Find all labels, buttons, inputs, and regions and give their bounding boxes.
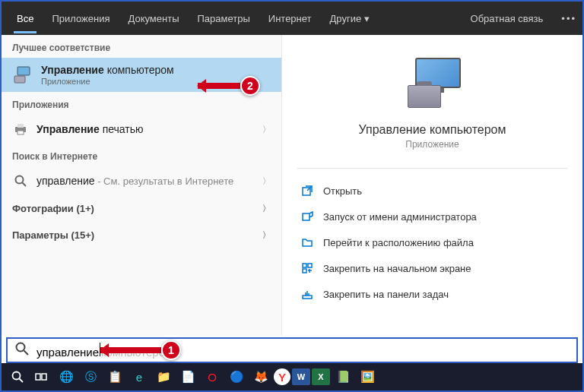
taskbar-opera-icon[interactable]: O xyxy=(201,365,224,388)
taskbar: 🌐 Ⓢ 📋 e 📁 📄 O 🔵 🦊 Y W X 📗 🖼️ xyxy=(2,363,582,390)
pin-start-icon xyxy=(300,261,314,275)
taskbar-app-4[interactable]: 📗 xyxy=(332,365,354,388)
divider xyxy=(297,168,567,169)
printer-icon xyxy=(12,121,29,138)
tab-all[interactable]: Все xyxy=(8,4,43,33)
svg-rect-11 xyxy=(303,269,306,273)
svg-rect-18 xyxy=(42,374,46,380)
more-options-icon[interactable]: ••• xyxy=(561,13,576,24)
taskbar-search-icon[interactable] xyxy=(6,365,29,388)
section-best-match: Лучшее соответствие xyxy=(2,35,281,58)
svg-rect-9 xyxy=(303,264,306,267)
callout-arrow-2 xyxy=(198,83,240,89)
taskbar-app-1[interactable]: 🌐 xyxy=(55,365,78,388)
taskbar-explorer-icon[interactable]: 📁 xyxy=(152,365,175,388)
callout-arrow-1 xyxy=(100,347,161,353)
svg-rect-4 xyxy=(17,131,24,134)
computer-management-icon xyxy=(12,65,33,86)
svg-rect-12 xyxy=(303,296,312,299)
preview-panel: Управление компьютером Приложение Открыт… xyxy=(281,35,582,335)
taskbar-yandex-icon[interactable]: Y xyxy=(274,368,290,385)
svg-rect-0 xyxy=(17,67,30,75)
taskbar-app-5[interactable]: 🖼️ xyxy=(356,365,379,388)
open-icon xyxy=(300,184,314,198)
taskbar-excel-icon[interactable]: X xyxy=(312,368,330,385)
action-run-admin[interactable]: Запуск от имени администратора xyxy=(297,204,567,229)
svg-point-13 xyxy=(17,343,25,352)
chevron-right-icon: 〉 xyxy=(262,175,271,187)
svg-rect-3 xyxy=(17,124,24,128)
result-print-management[interactable]: Управление печатью 〉 xyxy=(2,115,281,144)
shield-icon xyxy=(300,210,314,223)
svg-rect-8 xyxy=(303,213,309,220)
search-text: управление xyxy=(36,346,99,359)
feedback-link[interactable]: Обратная связь xyxy=(462,4,553,33)
tab-docs[interactable]: Документы xyxy=(119,4,188,33)
svg-rect-1 xyxy=(14,76,25,83)
taskbar-taskview-icon[interactable] xyxy=(30,365,53,388)
tab-settings[interactable]: Параметры xyxy=(188,4,259,33)
chevron-right-icon: 〉 xyxy=(262,203,271,214)
section-web: Поиск в Интернете xyxy=(2,144,281,166)
result-web-search[interactable]: управление - См. результаты в Интернете … xyxy=(2,166,281,195)
action-open[interactable]: Открыть xyxy=(297,178,567,204)
svg-line-14 xyxy=(24,351,29,356)
callout-2: 2 xyxy=(240,76,260,96)
tab-internet[interactable]: Интернет xyxy=(259,4,321,33)
taskbar-chrome-icon[interactable]: 🔵 xyxy=(225,365,248,388)
svg-line-6 xyxy=(23,183,27,187)
chevron-down-icon: ▾ xyxy=(364,13,370,24)
taskbar-app-2[interactable]: 📋 xyxy=(103,365,126,388)
computer-management-large-icon xyxy=(398,58,467,111)
callout-1: 1 xyxy=(161,340,181,360)
tab-apps[interactable]: Приложения xyxy=(43,4,119,33)
svg-point-15 xyxy=(13,372,21,380)
chevron-right-icon: 〉 xyxy=(262,229,271,241)
category-photos[interactable]: Фотографии (1+) 〉 xyxy=(2,195,281,222)
taskbar-edge-icon[interactable]: e xyxy=(128,365,151,388)
action-pin-start[interactable]: Закрепить на начальном экране xyxy=(297,255,567,281)
taskbar-firefox-icon[interactable]: 🦊 xyxy=(249,365,272,388)
tab-more[interactable]: Другие ▾ xyxy=(321,4,379,33)
search-icon xyxy=(15,342,29,359)
chevron-right-icon: 〉 xyxy=(262,124,271,135)
svg-rect-17 xyxy=(36,374,40,380)
taskbar-app-3[interactable]: 📄 xyxy=(176,365,199,388)
taskbar-word-icon[interactable]: W xyxy=(292,368,310,385)
preview-subtitle: Приложение xyxy=(297,139,567,150)
search-body: Лучшее соответствие Управление компьютер… xyxy=(2,35,582,335)
svg-line-16 xyxy=(20,379,24,383)
folder-icon xyxy=(300,236,314,249)
results-panel: Лучшее соответствие Управление компьютер… xyxy=(2,35,281,335)
taskbar-skype-icon[interactable]: Ⓢ xyxy=(79,365,102,388)
svg-rect-10 xyxy=(308,264,312,267)
search-tabs: Все Приложения Документы Параметры Интер… xyxy=(2,2,582,35)
section-apps: Приложения xyxy=(2,92,281,115)
search-bar[interactable]: управлениекомпьютером xyxy=(6,337,578,363)
pin-taskbar-icon xyxy=(300,287,314,301)
action-pin-taskbar[interactable]: Закрепить на панели задач xyxy=(297,281,567,307)
category-params[interactable]: Параметры (15+) 〉 xyxy=(2,222,281,248)
preview-title: Управление компьютером xyxy=(297,123,567,137)
svg-point-5 xyxy=(16,176,24,184)
search-icon xyxy=(12,172,29,189)
action-file-location[interactable]: Перейти к расположению файла xyxy=(297,229,567,255)
